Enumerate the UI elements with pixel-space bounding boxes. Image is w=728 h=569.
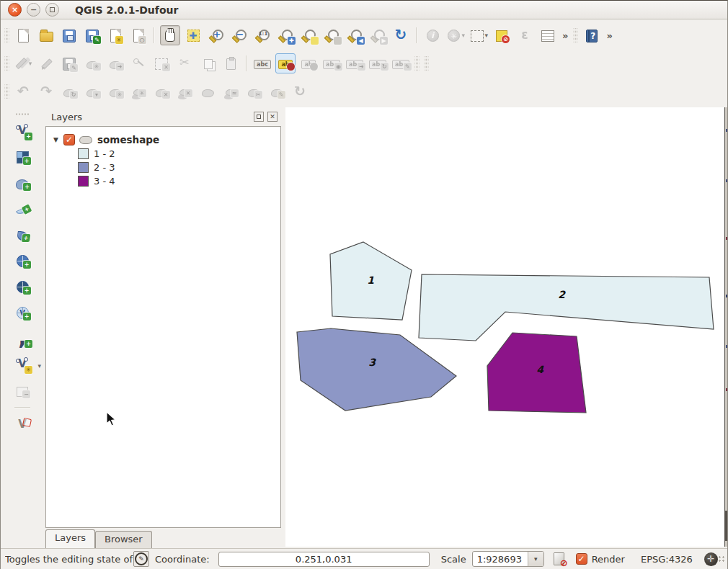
reshape-features-button[interactable]: [197, 81, 218, 102]
remove-layer-button[interactable]: −: [12, 380, 32, 400]
pan-map-button[interactable]: [160, 25, 180, 45]
toolbar-handle[interactable]: [424, 56, 429, 71]
undo-button[interactable]: ↶: [13, 81, 33, 102]
add-wfs-layer-button[interactable]: V+: [12, 303, 32, 323]
zoom-in-button[interactable]: +: [206, 25, 226, 45]
node-tool-button[interactable]: [128, 53, 148, 73]
legend-class-row[interactable]: 3 - 4: [46, 174, 280, 188]
simplify-feature-button[interactable]: ▾: [82, 81, 102, 102]
identify-features-button[interactable]: [422, 25, 443, 45]
deselect-features-button[interactable]: ⊘: [492, 25, 512, 45]
float-panel-icon[interactable]: [254, 112, 264, 122]
offset-curve-button[interactable]: ≈: [221, 81, 241, 102]
copy-features-button[interactable]: [197, 53, 218, 73]
delete-ring-button[interactable]: ✕: [151, 81, 172, 102]
add-ring-button[interactable]: ✳: [105, 81, 125, 102]
select-by-expression-button[interactable]: ε: [515, 25, 535, 45]
save-layer-edits-button[interactable]: ✎: [59, 53, 79, 73]
chevron-down-icon[interactable]: ▾: [37, 362, 41, 369]
show-hide-labels-button[interactable]: abc◉: [321, 53, 342, 73]
zoom-native-button[interactable]: 1:1: [252, 25, 272, 45]
split-features-button[interactable]: ✂: [244, 81, 264, 102]
add-feature-button[interactable]: ✳: [82, 53, 102, 73]
rotate-point-symbols-button[interactable]: ↻: [290, 81, 310, 102]
delete-part-button[interactable]: ✕: [174, 81, 195, 102]
select-features-button[interactable]: ▾: [469, 25, 489, 45]
open-project-button[interactable]: [36, 25, 56, 45]
stop-rendering-icon[interactable]: [551, 551, 567, 567]
rotate-feature-button[interactable]: ↻: [59, 81, 79, 102]
render-checkbox[interactable]: ✓: [576, 553, 587, 565]
legend-class-row[interactable]: 1 - 2: [46, 147, 280, 161]
add-delimited-text-layer-button[interactable]: ,+: [12, 328, 32, 349]
redo-button[interactable]: ↷: [36, 81, 56, 102]
map-canvas[interactable]: 1234: [285, 107, 724, 547]
delete-selected-button[interactable]: ✕: [151, 53, 172, 73]
tab-browser[interactable]: Browser: [95, 531, 152, 548]
toggle-editing-button[interactable]: [36, 53, 56, 73]
close-button[interactable]: ×: [8, 3, 22, 17]
zoom-to-selection-button[interactable]: [298, 25, 319, 45]
toolbar-extension-button-2[interactable]: »: [606, 30, 612, 41]
scale-combobox[interactable]: 1:928693 ▾: [472, 551, 544, 567]
composer-manager-button[interactable]: ○: [128, 25, 148, 45]
maximize-button[interactable]: [45, 3, 59, 17]
coordinate-input[interactable]: [218, 552, 430, 567]
toolbar-handle[interactable]: [573, 28, 578, 42]
labeling-button[interactable]: abc: [252, 53, 272, 73]
help-button[interactable]: ?: [582, 25, 602, 45]
add-postgis-layer-button[interactable]: +: [12, 173, 32, 193]
merge-features-button[interactable]: ✎: [267, 81, 287, 102]
chevron-down-icon[interactable]: ▾: [528, 552, 543, 566]
rotate-label-button[interactable]: abc↻: [368, 53, 388, 73]
attribute-table-button[interactable]: [538, 25, 558, 45]
minimize-button[interactable]: −: [27, 3, 40, 17]
add-mssql-layer-button[interactable]: +: [12, 225, 32, 245]
add-part-button[interactable]: ✳: [128, 81, 148, 102]
toolbar-handle[interactable]: [414, 56, 420, 71]
new-print-composer-button[interactable]: ✳: [105, 25, 125, 45]
zoom-next-button[interactable]: ▶: [368, 25, 388, 45]
change-label-button[interactable]: abc➜: [345, 53, 365, 73]
toolbar-handle[interactable]: [15, 112, 30, 117]
save-project-as-button[interactable]: ✎: [82, 25, 102, 45]
layer-tree-item[interactable]: ▼ ✓ someshape: [46, 133, 280, 147]
toolbar-handle[interactable]: [4, 28, 9, 42]
new-shapefile-layer-button[interactable]: V✳▾: [12, 354, 32, 375]
expander-icon[interactable]: ▼: [53, 136, 61, 143]
resize-grip-icon[interactable]: [718, 555, 725, 563]
toolbar-handle[interactable]: [4, 84, 9, 99]
refresh-map-button[interactable]: ↻: [391, 25, 411, 45]
add-raster-layer-button[interactable]: +: [12, 147, 32, 167]
close-panel-icon[interactable]: ✕: [267, 112, 278, 122]
current-edits-button[interactable]: ▾: [13, 53, 33, 73]
chevron-down-icon[interactable]: ▾: [461, 32, 465, 39]
new-project-button[interactable]: [13, 25, 33, 45]
tab-layers[interactable]: Layers: [45, 529, 95, 548]
add-wms-layer-button[interactable]: +: [12, 251, 32, 271]
layer-visibility-checkbox[interactable]: ✓: [63, 134, 75, 145]
zoom-last-button[interactable]: ◀: [345, 25, 365, 45]
toolbar-handle[interactable]: [4, 56, 9, 71]
cut-features-button[interactable]: ✂: [174, 53, 195, 73]
save-project-button[interactable]: [59, 25, 79, 45]
zoom-to-layer-button[interactable]: [321, 25, 342, 45]
map-feature-3[interactable]: [297, 328, 456, 411]
label-properties-button[interactable]: ab: [275, 53, 296, 73]
legend-class-row[interactable]: 2 - 3: [46, 161, 280, 174]
crs-status-icon[interactable]: ✛: [704, 552, 718, 566]
chevron-down-icon[interactable]: ▾: [29, 60, 32, 67]
edit-label-button[interactable]: abc✎: [391, 53, 411, 73]
add-vector-layer-button[interactable]: V+: [12, 121, 32, 141]
add-spatialite-layer-button[interactable]: +: [12, 199, 32, 219]
topology-checker-button[interactable]: V: [12, 415, 32, 435]
zoom-full-button[interactable]: ✚: [275, 25, 296, 45]
move-feature-button[interactable]: ➜: [105, 53, 125, 73]
chevron-down-icon[interactable]: ▾: [484, 32, 488, 39]
paste-features-button[interactable]: [221, 53, 241, 73]
move-label-button[interactable]: ab: [298, 53, 319, 73]
run-feature-action-button[interactable]: ▾: [445, 25, 466, 45]
pan-map-to-selection-button[interactable]: ✚: [183, 25, 203, 45]
zoom-out-button[interactable]: −: [229, 25, 249, 45]
map-feature-2[interactable]: [419, 274, 714, 341]
